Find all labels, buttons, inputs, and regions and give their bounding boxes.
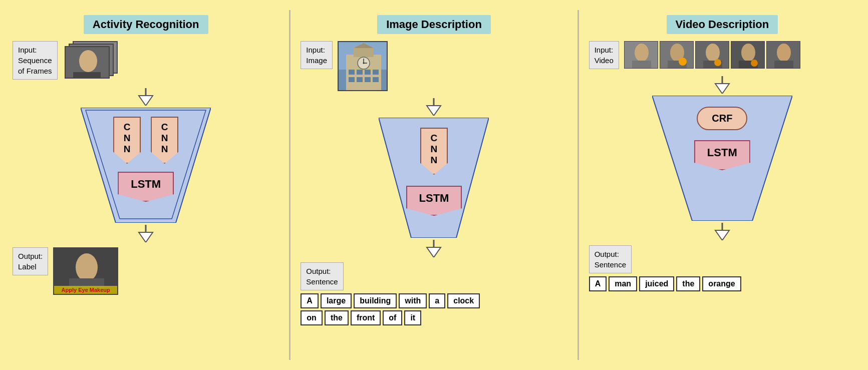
word-box: the (676, 276, 700, 291)
video-lstm: LSTM (694, 140, 750, 170)
svg-marker-14 (139, 232, 153, 242)
svg-point-16 (76, 253, 98, 281)
video-sentence: Amanjuicedtheorange (589, 276, 741, 291)
activity-input-label: Input:Sequenceof Frames (13, 41, 58, 80)
activity-title: Activity Recognition (84, 15, 208, 34)
activity-cnn-row: CNN CNN (113, 117, 178, 164)
video-funnel: CRF LSTM (652, 96, 792, 221)
activity-output-bar: Apply Eye Makeup (54, 286, 117, 294)
svg-rect-32 (357, 77, 363, 82)
word-box: with (399, 293, 427, 308)
svg-rect-34 (373, 77, 379, 82)
svg-point-54 (751, 60, 758, 67)
activity-cnn-1: CNN (113, 117, 141, 164)
word-box: man (609, 276, 637, 291)
video-output-label: Output:Sentence (589, 245, 632, 273)
video-frame-4 (731, 41, 765, 69)
frame-svg-1 (66, 47, 110, 79)
activity-arrow-1 (136, 88, 156, 106)
svg-rect-33 (365, 77, 371, 82)
video-frame-3 (695, 41, 729, 69)
svg-rect-42 (632, 61, 651, 69)
video-funnel-nodes: CRF LSTM (652, 107, 792, 170)
word-box: large (321, 293, 352, 308)
video-frame-5 (766, 41, 800, 69)
activity-cnn-2: CNN (151, 117, 178, 164)
vf-svg-4 (731, 42, 765, 69)
activity-funnel: CNN CNN LSTM (81, 108, 211, 223)
main-container: Activity Recognition Input:Sequenceof Fr… (0, 0, 868, 370)
activity-output-image: Apply Eye Makeup (53, 247, 118, 295)
svg-rect-8 (73, 72, 101, 79)
word-box: it (404, 310, 421, 325)
video-arrow-svg-2 (712, 223, 732, 240)
video-output-row: Output:Sentence Amanjuicedtheorange (589, 245, 855, 291)
svg-point-52 (741, 44, 755, 62)
video-arrow-2 (712, 223, 732, 240)
image-description-panel: Image Description Input:Image (293, 10, 574, 360)
image-sentence: Alargebuildingwithaclockonthefrontofit (301, 293, 491, 325)
image-lstm: LSTM (406, 186, 462, 216)
vf-svg-2 (660, 42, 694, 69)
svg-point-46 (679, 58, 687, 66)
word-box: front (351, 310, 381, 325)
word-box: of (383, 310, 402, 325)
image-arrow-1 (424, 98, 444, 116)
word-box: A (301, 293, 319, 308)
svg-rect-27 (349, 70, 355, 75)
image-input-row: Input:Image (301, 41, 567, 91)
image-funnel: CNN LSTM (379, 118, 489, 238)
vf-svg-5 (767, 42, 800, 69)
video-arrow-svg-1 (712, 76, 732, 94)
image-arrow-2 (424, 240, 444, 257)
vf-svg-1 (625, 42, 658, 69)
divider-1 (289, 10, 291, 360)
activity-input-frames (63, 41, 118, 81)
vf-svg-3 (696, 42, 729, 69)
svg-marker-36 (427, 106, 441, 116)
svg-point-56 (777, 44, 791, 62)
svg-marker-59 (715, 84, 729, 94)
activity-lstm: LSTM (118, 172, 174, 202)
image-title: Image Description (377, 15, 491, 34)
image-input-img (338, 41, 388, 91)
activity-recognition-panel: Activity Recognition Input:Sequenceof Fr… (5, 10, 286, 360)
image-arrow-svg-2 (424, 240, 444, 257)
activity-arrow-2 (136, 225, 156, 242)
word-box: on (301, 310, 323, 325)
word-box: juiced (639, 276, 674, 291)
activity-output-label: Output:Label (13, 247, 48, 275)
video-arrow-1 (712, 76, 732, 94)
video-input-strip (624, 41, 800, 69)
word-box: building (354, 293, 397, 308)
svg-rect-57 (774, 61, 793, 69)
svg-marker-62 (715, 230, 729, 240)
building-svg (339, 42, 388, 91)
arrow-svg-2 (136, 225, 156, 242)
svg-marker-39 (427, 247, 441, 257)
image-input-label: Input:Image (301, 41, 333, 69)
video-frame-2 (660, 41, 694, 69)
image-cnn: CNN (420, 128, 448, 175)
svg-marker-10 (139, 96, 153, 106)
word-box: A (589, 276, 607, 291)
video-frame-1 (624, 41, 658, 69)
image-arrow-svg-1 (424, 98, 444, 116)
image-funnel-nodes: CNN LSTM (379, 128, 489, 216)
arrow-svg-1 (136, 88, 156, 106)
frame-1 (65, 46, 110, 79)
word-box: orange (702, 276, 741, 291)
svg-rect-29 (365, 70, 371, 75)
activity-output-row: Output:Label Apply Eye Makeup (13, 247, 279, 295)
activity-funnel-nodes: CNN CNN LSTM (81, 117, 211, 202)
svg-rect-28 (357, 70, 363, 75)
video-input-row: Input:Video (589, 41, 855, 69)
video-title: Video Description (667, 15, 778, 34)
word-box: clock (447, 293, 480, 308)
image-output-row: Output:Sentence Alargebuildingwithaclock… (301, 262, 567, 325)
svg-rect-31 (349, 77, 355, 82)
svg-point-41 (635, 44, 649, 62)
svg-point-50 (714, 59, 721, 66)
image-output-label: Output:Sentence (301, 262, 343, 290)
svg-rect-30 (373, 70, 379, 75)
